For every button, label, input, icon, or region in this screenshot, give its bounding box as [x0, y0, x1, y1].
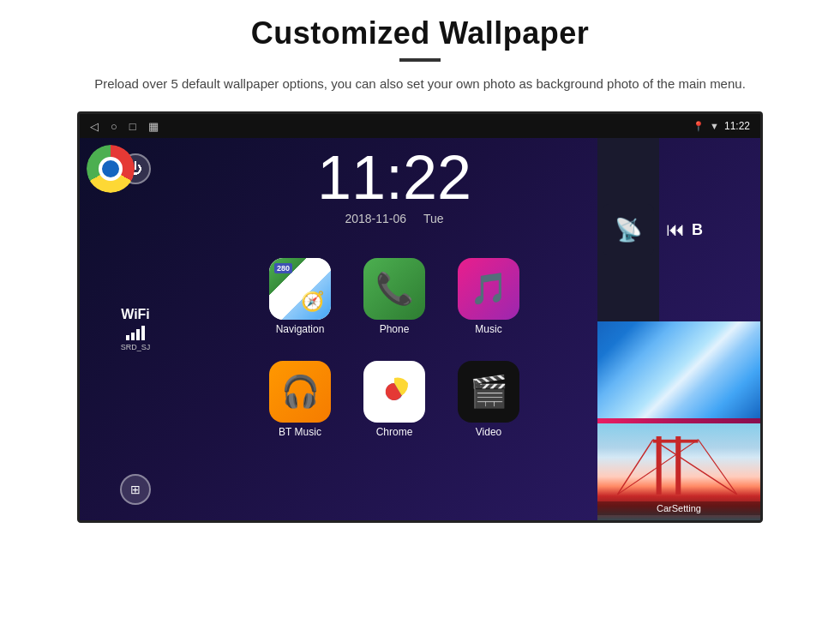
wifi-bar-1: [126, 335, 129, 340]
svg-rect-3: [675, 436, 681, 495]
app-grid: 280 🧭 Navigation 📞 Phone: [257, 241, 531, 438]
app-item-music[interactable]: 🎵 Music: [446, 241, 531, 335]
svg-rect-5: [653, 440, 699, 443]
status-bar: ◁ ○ □ ▦ 📍 ▼ 11:22: [80, 114, 760, 138]
signal-wave-icon: 📡: [615, 217, 642, 243]
chrome-svg: [374, 371, 415, 412]
wifi-bars: [121, 326, 151, 340]
home-icon[interactable]: ○: [111, 120, 117, 133]
date-text: 2018-11-06: [345, 212, 406, 225]
bt-music-label: BT Music: [279, 426, 321, 438]
recents-icon[interactable]: □: [129, 120, 136, 133]
media-widget-area: 📡: [597, 138, 659, 321]
app-item-bt-music[interactable]: 🎧 BT Music: [257, 344, 343, 438]
music-label: Music: [475, 323, 501, 335]
app-item-chrome[interactable]: Chrome: [351, 344, 437, 438]
status-time: 11:22: [724, 120, 750, 132]
video-label: Video: [476, 426, 501, 438]
back-icon[interactable]: ◁: [90, 120, 99, 133]
media-controls-area: ⏮ B: [659, 138, 710, 321]
page-container: Customized Wallpaper Preload over 5 defa…: [0, 0, 840, 642]
wallpaper-bridge-thumbnail[interactable]: CarSetting: [597, 423, 760, 520]
video-icon: 🎬: [458, 361, 519, 423]
signal-box: 📡: [603, 204, 654, 255]
status-right: 📍 ▼ 11:22: [693, 120, 750, 132]
music-symbol: 🎵: [470, 271, 508, 307]
svg-line-7: [653, 440, 737, 495]
app-item-navigation[interactable]: 280 🧭 Navigation: [257, 241, 343, 335]
app-item-video[interactable]: 🎬 Video: [446, 344, 531, 438]
video-symbol: 🎬: [470, 374, 508, 410]
chrome-icon: [363, 361, 425, 423]
nav-arrow-icon: 🧭: [301, 291, 324, 313]
right-panel: 📡 ⏮ B: [597, 138, 760, 520]
chrome-label: Chrome: [376, 426, 413, 438]
app-item-phone[interactable]: 📞 Phone: [351, 241, 437, 335]
wifi-bar-4: [141, 326, 145, 340]
device-frame: ◁ ○ □ ▦ 📍 ▼ 11:22 ⏻ WiFi: [77, 111, 763, 523]
wallpaper-ice-image: [597, 321, 760, 418]
navigation-label: Navigation: [276, 323, 325, 335]
wifi-label: WiFi: [121, 307, 151, 322]
page-title: Customized Wallpaper: [251, 15, 590, 51]
nav-app-inner: 280 🧭: [269, 258, 331, 320]
navigation-icon: 280 🧭: [269, 258, 331, 320]
location-icon: 📍: [693, 121, 705, 132]
carsetting-label: CarSetting: [597, 501, 760, 515]
bluetooth-symbol: 🎧: [281, 374, 320, 410]
title-divider: [399, 58, 441, 62]
wifi-widget: WiFi SRD_SJ: [121, 307, 151, 351]
wifi-ssid: SRD_SJ: [121, 343, 151, 351]
wifi-status-icon: ▼: [710, 121, 719, 131]
left-sidebar: ⏻ WiFi SRD_SJ ⊞: [80, 138, 191, 520]
top-right-area: 📡 ⏮ B: [597, 138, 760, 321]
wifi-bar-3: [136, 329, 140, 340]
grid-icon: ⊞: [130, 483, 141, 496]
bluetooth-icon: B: [692, 221, 703, 239]
bt-music-icon: 🎧: [269, 361, 331, 423]
day-text: Tue: [423, 212, 444, 225]
phone-icon: 📞: [363, 258, 425, 320]
clock-display: 11:22: [317, 147, 471, 208]
nav-badge: 280: [274, 263, 292, 273]
screenshot-icon[interactable]: ▦: [148, 120, 159, 133]
date-display: 2018-11-06 Tue: [345, 212, 443, 225]
center-area: 11:22 2018-11-06 Tue 280 🧭: [191, 138, 597, 520]
phone-label: Phone: [380, 323, 410, 335]
phone-symbol: 📞: [375, 271, 414, 307]
nav-icons: ◁ ○ □ ▦: [90, 120, 159, 133]
wifi-bar-2: [131, 333, 135, 340]
svg-line-6: [617, 440, 652, 495]
page-description: Preload over 5 default wallpaper options…: [94, 74, 746, 94]
skip-prev-icon[interactable]: ⏮: [666, 219, 685, 241]
music-icon: 🎵: [458, 258, 519, 320]
wallpaper-ice-thumbnail[interactable]: [597, 321, 760, 418]
apps-grid-button[interactable]: ⊞: [120, 474, 151, 505]
main-area: ⏻ WiFi SRD_SJ ⊞ 11:22: [80, 138, 760, 520]
svg-line-9: [699, 440, 737, 495]
